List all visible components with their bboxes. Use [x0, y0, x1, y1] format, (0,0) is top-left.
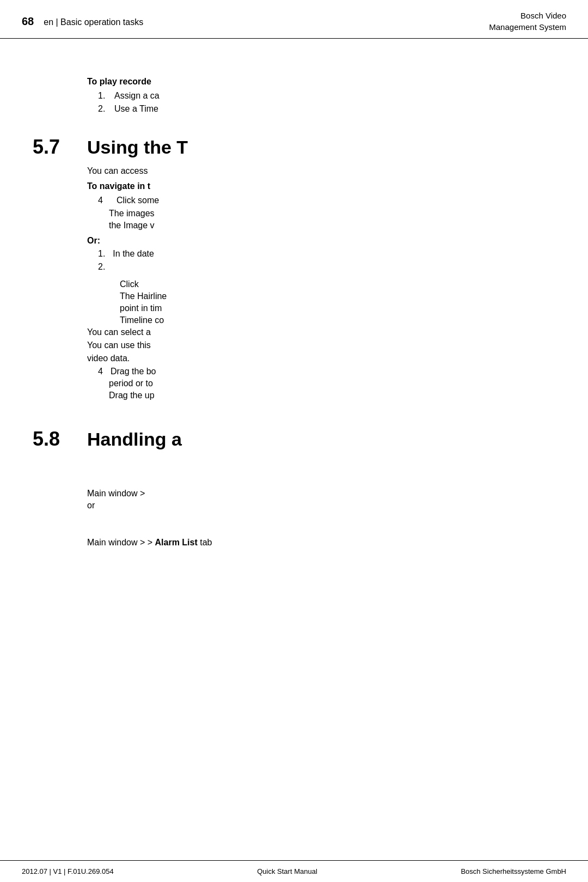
chapter-57-number: 5.7: [33, 136, 71, 159]
body-text-2: You can use this: [33, 340, 555, 350]
play-recorded-heading: To play recorde: [87, 77, 555, 87]
hairline-text-1: The Hairlinе: [33, 291, 555, 301]
step-4a-sub1: The images: [33, 209, 555, 218]
hairline-text-3: Timeline co: [33, 315, 555, 325]
drag-step-4b: 4 Drag the bo: [33, 367, 555, 376]
header-breadcrumb: en | Basic operation tasks: [44, 17, 143, 27]
drag-sub-2: Drag the up: [33, 391, 555, 400]
body-text-1: You can select a: [33, 327, 555, 337]
path2-mid: >: [148, 538, 152, 547]
page-header: 68 en | Basic operation tasks Bosch Vide…: [0, 0, 588, 39]
page-footer: 2012.07 | V1 | F.01U.269.054 Quick Start…: [0, 860, 588, 882]
header-right: Bosch Video Management System: [489, 10, 566, 33]
hairline-text-2: point in tim: [33, 303, 555, 313]
play-step-2: 2. Use a Time: [87, 104, 555, 114]
path1-line2: or: [87, 501, 555, 510]
step-4a-sub2: the Image v: [33, 221, 555, 230]
page-container: 68 en | Basic operation tasks Bosch Vide…: [0, 0, 588, 882]
footer-left: 2012.07 | V1 | F.01U.269.054: [22, 867, 114, 875]
click-text: Click: [33, 279, 555, 289]
chapter-58-number: 5.8: [33, 428, 71, 451]
company-line2: Management System: [489, 21, 566, 33]
or-step-1: 1. In the date: [33, 249, 555, 259]
footer-right: Bosch Sicherheitssysteme GmbH: [461, 867, 566, 875]
chapter-57-heading: 5.7 Using the T: [33, 136, 555, 159]
page-number: 68: [22, 15, 34, 28]
or-step-2: 2.: [33, 262, 555, 272]
footer-center: Quick Start Manual: [257, 867, 317, 875]
page-content: To play recorde 1. Assign a ca 2. Use a …: [0, 39, 588, 860]
header-left: 68 en | Basic operation tasks: [22, 15, 143, 28]
chapter-57-title: Using the T: [87, 137, 188, 158]
path2-pre: Main window >: [87, 538, 145, 547]
path-block-2: Main window > > Alarm List tab: [33, 538, 555, 548]
path-block-1: Main window > or: [33, 489, 555, 510]
path2-post: tab: [200, 538, 212, 547]
path2-line: Main window > > Alarm List tab: [87, 538, 555, 548]
navigate-heading: To navigate in t: [33, 181, 555, 191]
or-label: Or:: [33, 236, 555, 246]
company-line1: Bosch Video: [489, 10, 566, 21]
drag-sub-1: period or to: [33, 379, 555, 388]
path2-alarm-list: Alarm List: [155, 538, 198, 547]
chapter-58-title: Handling a: [87, 429, 182, 450]
chapter-58-heading: 5.8 Handling a: [33, 428, 555, 451]
body-text-3: video data.: [33, 354, 555, 363]
chapter-57-intro: You can access: [33, 166, 555, 176]
step-4a: 4 Click some: [33, 196, 555, 205]
path1-line1: Main window >: [87, 489, 555, 498]
play-step-1: 1. Assign a ca: [87, 91, 555, 101]
